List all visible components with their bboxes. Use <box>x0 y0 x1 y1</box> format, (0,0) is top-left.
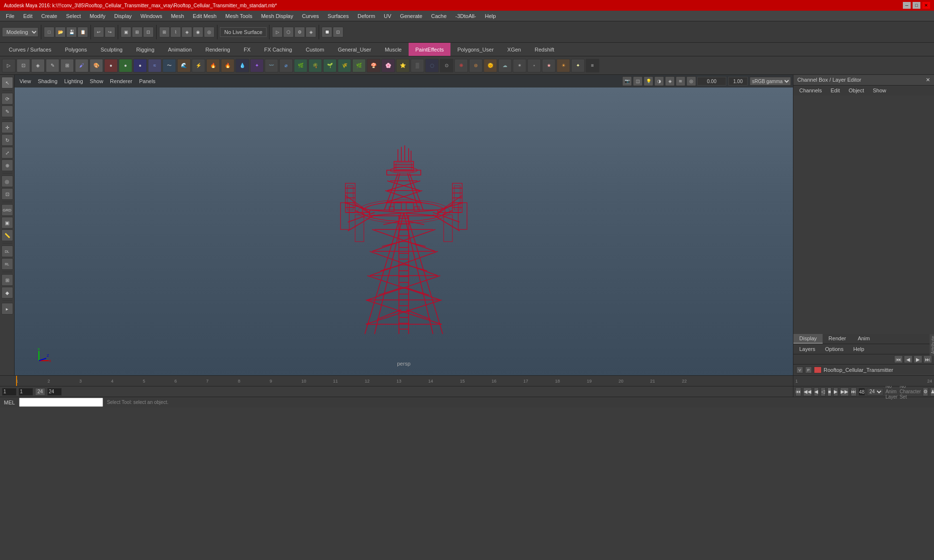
current-frame-input[interactable] <box>18 388 33 396</box>
scale-tool-btn[interactable]: ⤢ <box>1 147 13 158</box>
menu-uv[interactable]: UV <box>380 12 395 20</box>
quick-sel-btn[interactable]: 🔲 <box>322 27 332 37</box>
shelf-btn-12[interactable]: 〜 <box>162 59 176 72</box>
layer-next-btn[interactable]: ⏭ <box>923 355 932 363</box>
snap-to-grid-btn[interactable]: GRD <box>1 204 13 216</box>
shelf-btn-38[interactable]: ★ <box>542 59 556 72</box>
start-frame-input[interactable] <box>2 388 17 396</box>
vp-ao-btn[interactable]: ◈ <box>665 76 675 86</box>
menu-edit-mesh[interactable]: Edit Mesh <box>189 12 220 20</box>
universal-manip-btn[interactable]: ⊕ <box>1 159 13 171</box>
lo-layers[interactable]: Layers <box>795 345 819 353</box>
menu-display[interactable]: Display <box>110 12 136 20</box>
move-tool-btn[interactable]: ✛ <box>1 122 13 133</box>
shelf-btn-15[interactable]: 🔥 <box>206 59 220 72</box>
paint-select-btn[interactable]: ✎ <box>1 105 13 117</box>
menu-deform[interactable]: Deform <box>354 12 379 20</box>
go-end-btn[interactable]: ⏭ <box>851 387 857 396</box>
layer-p-btn[interactable]: P <box>805 367 812 373</box>
menu-help[interactable]: Help <box>481 12 500 20</box>
soft-mod-btn[interactable]: ◎ <box>1 175 13 187</box>
shelf-btn-30[interactable]: ◌ <box>425 59 439 72</box>
shelf-btn-16[interactable]: 🔥 <box>221 59 234 72</box>
render-settings-btn[interactable]: ⚙ <box>294 27 305 37</box>
command-line-input[interactable] <box>19 398 103 407</box>
shelf-btn-33[interactable]: ⊛ <box>469 59 483 72</box>
shelf-btn-13[interactable]: 🌊 <box>177 59 191 72</box>
snap-curve-btn[interactable]: ⌇ <box>170 27 181 37</box>
shelf-btn-17[interactable]: 💧 <box>235 59 249 72</box>
shelf-btn-28[interactable]: ⭐ <box>396 59 410 72</box>
display-layer-btn[interactable]: DL <box>1 245 13 257</box>
shelf-btn-3[interactable]: ◈ <box>31 59 45 72</box>
shelf-btn-21[interactable]: 🌿 <box>294 59 307 72</box>
shelf-btn-14[interactable]: ⚡ <box>192 59 205 72</box>
panel-close-btn[interactable]: ✕ <box>926 77 930 83</box>
shelf-btn-7[interactable]: 🎨 <box>90 59 103 72</box>
dt-tab-anim[interactable]: Anim <box>852 334 876 344</box>
tab-xgen[interactable]: XGen <box>501 43 528 56</box>
select-all-btn[interactable]: ▣ <box>121 27 131 37</box>
shelf-btn-34[interactable]: 🌞 <box>484 59 497 72</box>
measure-btn[interactable]: 📏 <box>1 229 13 241</box>
menu-3dtoall[interactable]: -3DtoAll- <box>451 12 480 20</box>
menu-windows[interactable]: Windows <box>137 12 166 20</box>
shelf-btn-35[interactable]: ☁ <box>498 59 512 72</box>
shelf-btn-36[interactable]: ✶ <box>513 59 526 72</box>
dt-tab-render[interactable]: Render <box>823 334 852 344</box>
ruler-main[interactable]: 1 2 3 4 5 6 7 8 9 10 11 12 13 14 15 16 1… <box>0 376 793 386</box>
shelf-btn-9[interactable]: ● <box>119 59 132 72</box>
char-set-btn[interactable]: ♟ <box>930 387 934 396</box>
vp-menu-lighting[interactable]: Lighting <box>61 77 86 85</box>
tab-sculpting[interactable]: Sculpting <box>94 43 129 56</box>
snap-point-btn[interactable]: ◈ <box>181 27 192 37</box>
shelf-btn-32[interactable]: ❋ <box>454 59 468 72</box>
more-btn[interactable]: ▸ <box>1 303 13 315</box>
menu-cache[interactable]: Cache <box>427 12 450 20</box>
dt-tab-display[interactable]: Display <box>793 334 823 344</box>
vp-menu-show[interactable]: Show <box>87 77 107 85</box>
tab-custom[interactable]: Custom <box>299 43 331 56</box>
render-current-btn[interactable]: ▷ <box>272 27 283 37</box>
tab-fx[interactable]: FX <box>237 43 257 56</box>
layer-prev-btn[interactable]: ⏮ <box>894 355 903 363</box>
ipr-render-btn[interactable]: ⬡ <box>283 27 294 37</box>
anim-prefs-btn[interactable]: ⚙ <box>923 387 928 396</box>
vp-menu-shading[interactable]: Shading <box>35 77 60 85</box>
snap-grid-btn[interactable]: ⊞ <box>159 27 170 37</box>
vp-camera-btn[interactable]: 📷 <box>622 76 632 86</box>
tab-general-user[interactable]: General_User <box>331 43 377 56</box>
shelf-btn-2[interactable]: ⊡ <box>17 59 30 72</box>
step-back-btn[interactable]: ◀◀ <box>803 387 812 396</box>
snap-surface-btn[interactable]: ◎ <box>204 27 215 37</box>
cb-tab-show[interactable]: Show <box>869 87 890 94</box>
render-layer-btn[interactable]: RL <box>1 258 13 270</box>
menu-surfaces[interactable]: Surfaces <box>324 12 353 20</box>
layer-visibility-btn[interactable]: V <box>796 367 803 373</box>
layer-prev2-btn[interactable]: ◀ <box>904 355 913 363</box>
play-fwd-btn[interactable]: ▶ <box>833 387 838 396</box>
show-manip-btn[interactable]: ⊡ <box>1 188 13 200</box>
tab-rigging[interactable]: Rigging <box>129 43 161 56</box>
layer-next2-btn[interactable]: ▶ <box>914 355 922 363</box>
select-component-btn[interactable]: ⊡ <box>143 27 154 37</box>
save-scene-btn[interactable]: 💾 <box>66 27 77 37</box>
fps-input[interactable] <box>47 388 62 396</box>
gamma-select[interactable]: sRGB gamma <box>750 77 791 86</box>
menu-modify[interactable]: Modify <box>86 12 109 20</box>
maximize-button[interactable]: □ <box>913 2 920 9</box>
shelf-btn-37[interactable]: ▪ <box>527 59 541 72</box>
prev-frame-btn[interactable]: ◀ <box>814 387 819 396</box>
menu-select[interactable]: Select <box>62 12 85 20</box>
set-key-btn[interactable]: ◆ <box>1 287 13 298</box>
play-back-btn[interactable]: ◁ <box>821 387 826 396</box>
select-hierarchy-btn[interactable]: ⊞ <box>132 27 143 37</box>
snap-view-btn[interactable]: ◉ <box>193 27 203 37</box>
shelf-btn-11[interactable]: ≈ <box>148 59 162 72</box>
menu-mesh-display[interactable]: Mesh Display <box>257 12 297 20</box>
tab-redshift[interactable]: Redshift <box>528 43 561 56</box>
shelf-btn-24[interactable]: 🌾 <box>338 59 351 72</box>
redo-btn[interactable]: ↪ <box>105 27 115 37</box>
shelf-btn-25[interactable]: 🌿 <box>352 59 366 72</box>
tab-polygons-user[interactable]: Polygons_User <box>450 43 501 56</box>
